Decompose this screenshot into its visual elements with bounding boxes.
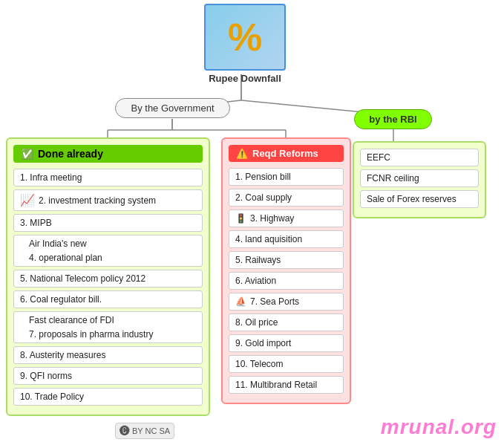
done-item-3[interactable]: 3. MIPB xyxy=(13,214,203,232)
done-item-1[interactable]: 1. Infra meeting xyxy=(13,169,203,186)
reform-item-4-text: 4. land aquisition xyxy=(235,234,302,244)
done-item-7b-text: 7. proposals in pharma industry xyxy=(29,329,153,340)
done-item-7a-text: Fast clearance of FDI xyxy=(29,315,114,325)
gov-label: By the Government xyxy=(131,103,215,114)
rbi-item-2[interactable]: FCNR ceiling xyxy=(360,169,479,187)
rbi-panel: EEFC FCNR ceiling Sale of Forex reserves xyxy=(353,141,486,218)
done-item-9-text: 9. QFI norms xyxy=(20,371,72,381)
done-item-1-text: 1. Infra meeting xyxy=(20,172,82,183)
done-item-3-text: 3. MIPB xyxy=(20,218,52,228)
reform-item-3-text: 3. Highway xyxy=(250,213,294,224)
reform-item-4[interactable]: 4. land aquisition xyxy=(229,230,344,248)
reform-item-5-text: 5. Railways xyxy=(235,255,281,265)
warning-icon: ⚠️ xyxy=(236,148,248,159)
reform-item-7-text: 7. Sea Ports xyxy=(250,296,299,307)
reform-item-1[interactable]: 1. Pension bill xyxy=(229,168,344,186)
rbi-item-2-text: FCNR ceiling xyxy=(367,173,419,183)
reform-item-5[interactable]: 5. Railways xyxy=(229,251,344,269)
gov-branch-node: By the Government xyxy=(115,98,230,118)
done-item-8-text: 8. Austerity measures xyxy=(20,350,105,360)
done-item-10[interactable]: 10. Trade Policy xyxy=(13,388,203,406)
reform-item-6[interactable]: 6. Aviation xyxy=(229,272,344,290)
done-item-5-text: 5. National Telecom policy 2012 xyxy=(20,273,145,284)
done-item-4a-text: Air India's new xyxy=(29,238,87,249)
done-item-9[interactable]: 9. QFI norms xyxy=(13,367,203,385)
done-item-8[interactable]: 8. Austerity measures xyxy=(13,346,203,364)
reform-item-9-text: 9. Gold import xyxy=(235,338,291,348)
reforms-panel-title: Reqd Reforms xyxy=(252,148,318,159)
done-item-6-text: 6. Coal regulator bill. xyxy=(20,294,102,305)
rbi-branch-node: by the RBI xyxy=(354,109,432,129)
root-label: Rupee Downfall xyxy=(197,73,293,84)
done-item-5[interactable]: 5. National Telecom policy 2012 xyxy=(13,270,203,288)
done-item-2-text: 2. investment tracking system xyxy=(39,195,156,206)
rbi-item-1[interactable]: EEFC xyxy=(360,149,479,166)
cc-text: BY NC SA xyxy=(132,426,170,435)
rbi-item-3[interactable]: Sale of Forex reserves xyxy=(360,190,479,208)
traffic-icon: 🚦 xyxy=(235,213,246,224)
reform-item-11[interactable]: 11. Multibrand Retail xyxy=(229,376,344,394)
root-icon: % xyxy=(204,4,286,71)
watermark-text: mrunal.org xyxy=(381,415,497,438)
done-panel: ✅ Done already 1. Infra meeting 📈 2. inv… xyxy=(6,137,210,416)
rbi-item-1-text: EEFC xyxy=(367,152,390,163)
reform-item-6-text: 6. Aviation xyxy=(235,276,276,286)
reform-item-8-text: 8. Oil price xyxy=(235,317,278,328)
reform-item-2-text: 2. Coal supply xyxy=(235,192,292,203)
root-node: % Rupee Downfall xyxy=(197,4,293,84)
sailboat-icon: ⛵ xyxy=(235,296,246,307)
checkmark-icon: ✅ xyxy=(21,148,33,160)
done-panel-header: ✅ Done already xyxy=(13,145,203,163)
done-item-4b-text: 4. operational plan xyxy=(29,253,102,263)
reform-item-11-text: 11. Multibrand Retail xyxy=(235,380,317,390)
done-item-2[interactable]: 📈 2. investment tracking system xyxy=(13,189,203,211)
cc-badge: 🅒 BY NC SA xyxy=(115,423,174,439)
reform-item-1-text: 1. Pension bill xyxy=(235,172,291,182)
chart-icon: 📈 xyxy=(20,193,35,207)
reform-item-10[interactable]: 10. Telecom xyxy=(229,355,344,373)
reform-item-10-text: 10. Telecom xyxy=(235,359,283,369)
reform-item-8[interactable]: 8. Oil price xyxy=(229,314,344,331)
reform-item-2[interactable]: 2. Coal supply xyxy=(229,189,344,207)
done-item-6[interactable]: 6. Coal regulator bill. xyxy=(13,290,203,308)
done-panel-title: Done already xyxy=(38,148,103,160)
reform-item-9[interactable]: 9. Gold import xyxy=(229,334,344,352)
done-item-10-text: 10. Trade Policy xyxy=(20,392,84,402)
rbi-item-3-text: Sale of Forex reserves xyxy=(367,194,456,204)
done-item-7[interactable]: Fast clearance of FDI 7. proposals in ph… xyxy=(13,311,203,343)
reforms-panel: ⚠️ Reqd Reforms 1. Pension bill 2. Coal … xyxy=(221,137,351,404)
reforms-panel-header: ⚠️ Reqd Reforms xyxy=(229,145,344,162)
reform-item-3[interactable]: 🚦 3. Highway xyxy=(229,209,344,227)
done-item-4[interactable]: Air India's new 4. operational plan xyxy=(13,235,203,267)
rbi-label: by the RBI xyxy=(369,114,416,125)
mindmap-container: % Rupee Downfall By the Government by th… xyxy=(0,0,504,445)
watermark: mrunal.org xyxy=(381,415,497,439)
cc-icon: 🅒 xyxy=(120,425,130,437)
reform-item-7[interactable]: ⛵ 7. Sea Ports xyxy=(229,293,344,311)
